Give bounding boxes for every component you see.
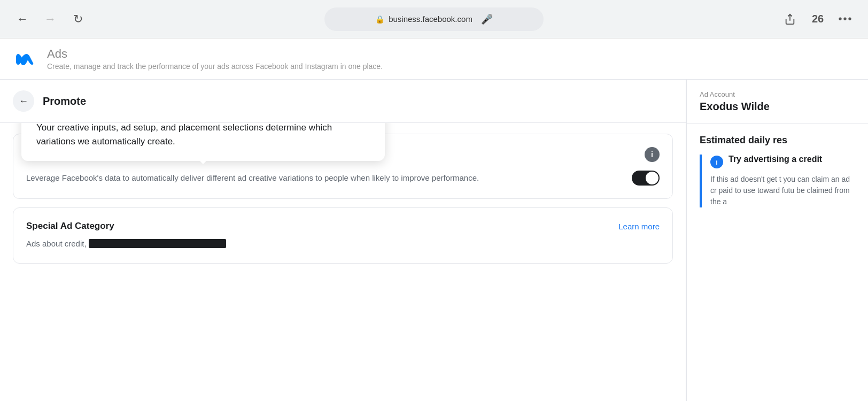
banner-header: i Try advertising a credit — [710, 155, 855, 168]
estimated-section: Estimated daily res i Try advertising a … — [687, 124, 868, 401]
banner-title: Try advertising a credit — [728, 155, 822, 164]
advantage-card-description: Leverage Facebook's data to automaticall… — [26, 172, 632, 184]
address-bar[interactable]: 🔒 business.facebook.com 🎤 — [324, 7, 544, 31]
advantage-info-icon[interactable]: i — [645, 147, 660, 162]
promote-header: ← Promote — [0, 80, 686, 123]
reload-button[interactable]: ↻ — [68, 10, 88, 29]
redacted-text: employment, housing, or social issues, — [89, 239, 227, 248]
share-button[interactable] — [780, 10, 800, 29]
main-layout: ← Promote Your creative inputs, ad setup… — [0, 80, 868, 401]
page-content: Ads Create, manage and track the perform… — [0, 38, 868, 401]
promote-title: Promote — [43, 95, 86, 107]
microphone-icon[interactable]: 🎤 — [481, 13, 493, 25]
ad-credit-banner: i Try advertising a credit If this ad do… — [700, 155, 855, 207]
learn-more-link[interactable]: Learn more — [618, 222, 660, 231]
promote-area: ← Promote Your creative inputs, ad setup… — [0, 80, 686, 401]
browser-actions: 26 ••• — [780, 10, 855, 29]
lock-icon: 🔒 — [375, 15, 384, 24]
back-button[interactable]: ← — [13, 10, 32, 29]
top-bar-text: Ads Create, manage and track the perform… — [47, 47, 383, 71]
advantage-toggle-knob — [646, 172, 658, 184]
special-ad-description: Ads about credit, employment, housing, o… — [26, 238, 660, 250]
meta-logo — [13, 47, 36, 71]
advantage-creative-card: Advantage+ creative i Leverage Facebook'… — [13, 134, 673, 199]
top-bar: Ads Create, manage and track the perform… — [0, 38, 868, 80]
tab-count-button[interactable]: 26 — [808, 10, 827, 29]
cards-area: Your creative inputs, ad setup, and plac… — [0, 123, 686, 401]
advantage-card-title: Advantage+ creative — [26, 149, 115, 160]
ad-account-label: Ad Account — [700, 90, 855, 98]
forward-button[interactable]: → — [41, 10, 60, 29]
special-card-header: Special Ad Category Learn more — [26, 221, 660, 232]
estimated-title: Estimated daily res — [700, 135, 855, 146]
more-options-button[interactable]: ••• — [836, 10, 855, 29]
banner-body: If this ad doesn't get t you can claim a… — [710, 174, 855, 207]
browser-chrome: ← → ↻ 🔒 business.facebook.com 🎤 26 ••• — [0, 0, 868, 38]
promote-back-button[interactable]: ← — [13, 90, 34, 112]
special-ad-card: Special Ad Category Learn more Ads about… — [13, 207, 673, 264]
special-ad-title: Special Ad Category — [26, 221, 114, 232]
url-text: business.facebook.com — [389, 14, 472, 24]
page-subtitle: Create, manage and track the performance… — [47, 62, 383, 71]
right-sidebar: Ad Account Exodus Wilde Estimated daily … — [686, 80, 868, 401]
advantage-card-body: Leverage Facebook's data to automaticall… — [26, 171, 660, 186]
banner-info-icon: i — [710, 156, 723, 168]
advantage-card-header: Advantage+ creative i — [26, 147, 660, 162]
ad-account-name: Exodus Wilde — [700, 101, 855, 113]
page-main-title: Ads — [47, 47, 383, 61]
advantage-toggle[interactable] — [632, 171, 660, 186]
ad-account-section: Ad Account Exodus Wilde — [687, 80, 868, 124]
